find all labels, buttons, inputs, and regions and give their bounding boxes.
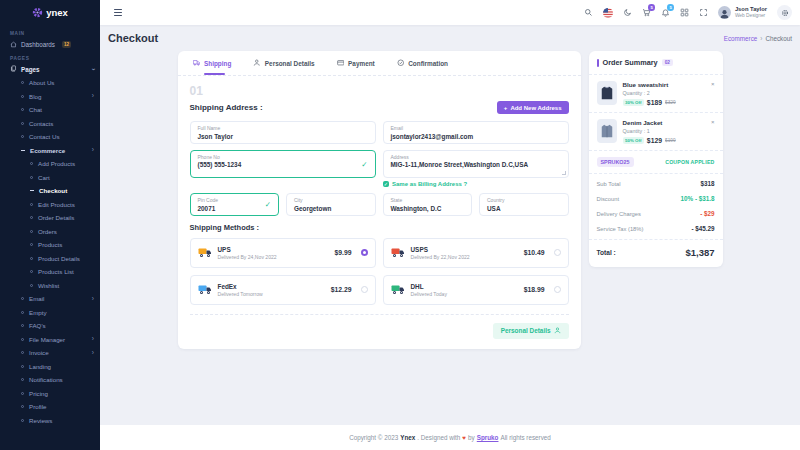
footer-text: . Designed with	[417, 434, 460, 441]
dark-mode-moon-icon[interactable]	[623, 8, 632, 17]
radio-unselected[interactable]	[554, 249, 561, 256]
sidebar-item-chat[interactable]: Chat	[0, 103, 100, 117]
sidebar-item-about-us[interactable]: About Us	[0, 76, 100, 90]
resize-grip-icon[interactable]	[562, 171, 566, 175]
user-menu[interactable]: Json Taylor Web Designer	[718, 6, 767, 19]
product-quantity: Quantity : 2	[623, 90, 715, 96]
footer: Copyright © 2023 Ynex . Designed with ♥ …	[100, 425, 800, 450]
bullet-icon	[30, 176, 33, 179]
sidebar-item-orders[interactable]: Orders	[0, 225, 100, 239]
language-flag-icon[interactable]	[603, 8, 613, 18]
bullet-icon	[21, 108, 24, 111]
bullet-icon	[30, 257, 33, 260]
sidebar-item-notifications[interactable]: Notifications	[0, 373, 100, 387]
settings-gear-icon[interactable]	[777, 5, 792, 20]
apps-grid-icon[interactable]	[680, 8, 689, 17]
sidebar-item-label: Pages	[21, 66, 40, 73]
bullet-icon	[30, 203, 33, 206]
sidebar-item-faqs[interactable]: FAQ's	[0, 319, 100, 333]
notifications-bell-icon[interactable]: 5	[661, 8, 670, 17]
tab-confirmation[interactable]: Confirmation	[386, 51, 459, 75]
method-delivery: Delivered Tomorrow	[218, 291, 325, 297]
sidebar-item-contact-us[interactable]: Contact Us	[0, 130, 100, 144]
bullet-icon	[30, 284, 33, 287]
total-label: Discount	[597, 196, 620, 202]
sidebar-item-ecommerce[interactable]: Ecommerce›	[0, 144, 100, 158]
app-logo[interactable]: ynex	[0, 0, 100, 25]
tab-shipping[interactable]: Shipping	[182, 51, 243, 75]
breadcrumb-parent[interactable]: Ecommerce	[724, 35, 758, 42]
accent-bar	[597, 59, 599, 67]
country-field[interactable]: Country USA	[479, 193, 569, 216]
phone-field[interactable]: Phone No (555) 555-1234 ✓	[190, 150, 376, 178]
bullet-icon	[30, 216, 33, 219]
bullet-icon	[21, 405, 24, 408]
remove-item-icon[interactable]: ×	[711, 81, 715, 87]
field-value: 20071	[198, 205, 272, 212]
sidebar-item-pricing[interactable]: Pricing	[0, 387, 100, 401]
cart-icon[interactable]: 5	[642, 8, 651, 17]
coupon-code-badge[interactable]: SPRUKO25	[597, 157, 634, 167]
sidebar-item-label: Product Details	[38, 255, 80, 262]
sidebar-item-wishlist[interactable]: Wishlist	[0, 279, 100, 293]
tab-payment[interactable]: Payment	[326, 51, 386, 75]
sidebar-item-reviews[interactable]: Reviews	[0, 414, 100, 428]
method-name: USPS	[411, 246, 518, 253]
sidebar-item-profile[interactable]: Profile	[0, 400, 100, 414]
sidebar-item-pages[interactable]: Pages ›	[0, 63, 100, 77]
sidebar-item-invoice[interactable]: Invoice›	[0, 346, 100, 360]
sidebar-item-contacts[interactable]: Contacts	[0, 117, 100, 131]
sidebar-item-label: Dashboards	[21, 41, 55, 48]
sidebar-item-landing[interactable]: Landing	[0, 360, 100, 374]
credit-card-icon	[337, 59, 345, 68]
email-field[interactable]: Email jsontaylor2413@gmail.com	[383, 121, 569, 144]
sidebar-item-label: FAQ's	[29, 322, 46, 329]
sidebar-item-label: Reviews	[29, 417, 52, 424]
checkbox-label: Same as Billing Address ?	[392, 181, 467, 187]
sidebar-item-product-details[interactable]: Product Details	[0, 252, 100, 266]
city-field[interactable]: City Georgetown	[286, 193, 376, 216]
shipping-method-dhl[interactable]: DHL Delivered Today $18.99	[383, 275, 569, 305]
valid-check-icon: ✓	[265, 200, 271, 209]
shipping-method-fedex[interactable]: FedEx Delivered Tomorrow $12.29	[190, 275, 376, 305]
state-field[interactable]: State Washington, D.C	[383, 193, 473, 216]
radio-unselected[interactable]	[361, 286, 368, 293]
footer-spruko-link[interactable]: Spruko	[477, 434, 499, 441]
field-value: USA	[487, 205, 561, 212]
personal-details-next-button[interactable]: Personal Details	[493, 323, 569, 339]
sidebar-item-edit-products[interactable]: Edit Products	[0, 198, 100, 212]
sidebar-item-dashboards[interactable]: Dashboards 12	[0, 38, 100, 52]
sidebar-item-add-products[interactable]: Add Products	[0, 157, 100, 171]
add-new-address-button[interactable]: + Add New Address	[497, 101, 569, 114]
product-price: $129	[647, 137, 662, 144]
discount-badge: 50% Off	[623, 137, 644, 144]
tab-personal-details[interactable]: Personal Details	[242, 51, 325, 75]
fedex-truck-icon	[198, 281, 212, 299]
remove-item-icon[interactable]: ×	[711, 119, 715, 125]
sidebar-item-checkout[interactable]: Checkout	[0, 184, 100, 198]
same-as-billing-checkbox[interactable]: ✓ Same as Billing Address ?	[383, 181, 569, 188]
sidebar-item-file-manager[interactable]: File Manager›	[0, 333, 100, 347]
nav-section-main: MAIN	[0, 27, 100, 38]
sidebar-item-empty[interactable]: Empty	[0, 306, 100, 320]
radio-selected[interactable]	[361, 249, 368, 256]
shipping-method-usps[interactable]: USPS Delivered By 22,Nov 2022 $10.49	[383, 238, 569, 268]
address-textarea[interactable]: Address MIG-1-11,Monroe Street,Washingto…	[383, 150, 569, 178]
sidebar-item-email[interactable]: Email›	[0, 292, 100, 306]
field-label: Pin Code	[198, 197, 272, 203]
footer-text: by	[468, 434, 475, 441]
menu-toggle-icon[interactable]	[114, 9, 122, 16]
delivery-charges-row: Delivery Charges - $29	[597, 206, 715, 221]
search-icon[interactable]	[584, 8, 593, 17]
sidebar-item-cart[interactable]: Cart	[0, 171, 100, 185]
sidebar-item-products[interactable]: Products	[0, 238, 100, 252]
sidebar-item-blog[interactable]: Blog›	[0, 90, 100, 104]
fullscreen-icon[interactable]	[699, 8, 708, 17]
pin-code-field[interactable]: Pin Code 20071 ✓	[190, 193, 280, 216]
shipping-method-ups[interactable]: UPS Delivered By 24,Nov 2022 $9.99	[190, 238, 376, 268]
full-name-field[interactable]: Full Name Json Taylor	[190, 121, 376, 144]
sidebar-item-products-list[interactable]: Products List	[0, 265, 100, 279]
bullet-icon	[21, 122, 24, 125]
sidebar-item-order-details[interactable]: Order Details	[0, 211, 100, 225]
radio-unselected[interactable]	[554, 286, 561, 293]
